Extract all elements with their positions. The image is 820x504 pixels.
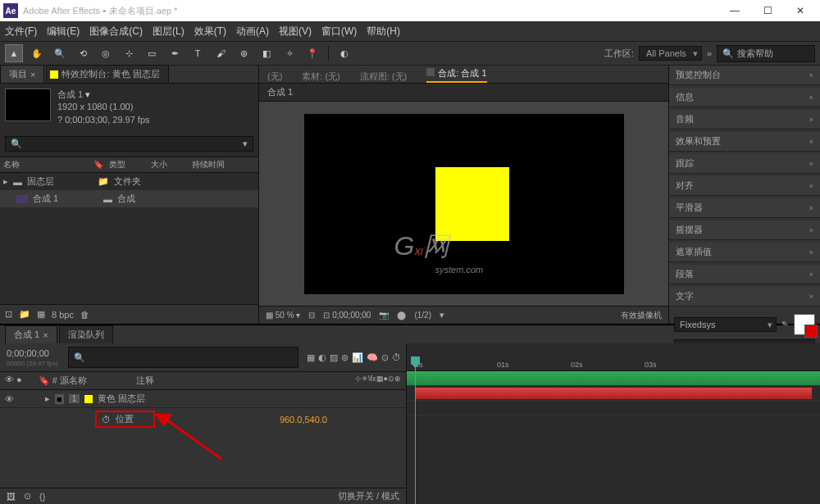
menu-view[interactable]: 视图(V) — [279, 25, 312, 39]
viewer-tab-footage[interactable]: 素材: (无) — [302, 70, 339, 83]
menu-help[interactable]: 帮助(H) — [367, 25, 400, 39]
depth-button[interactable]: 8 bpc — [52, 310, 74, 320]
timeline-layer-row[interactable]: 👁 ▸ ■ 1 黄色 固态层 — [0, 390, 406, 408]
menu-window[interactable]: 窗口(W) — [321, 25, 357, 39]
composition-viewer[interactable]: GXI网system.com — [259, 102, 668, 306]
panel-para[interactable]: 段落× — [669, 265, 820, 284]
panel-preview[interactable]: 预览控制台× — [669, 66, 820, 85]
brush-tool[interactable]: 🖌 — [212, 44, 230, 62]
view-dropdown[interactable]: (1/2) — [414, 311, 431, 320]
selection-tool[interactable]: ▲ — [5, 44, 23, 62]
panel-fx[interactable]: 效果和预置× — [669, 132, 820, 152]
comp-mini-icon[interactable]: ▦ — [307, 352, 315, 363]
switches-button[interactable]: 切换开关 / 模式 — [338, 490, 399, 502]
frame-blend-icon[interactable]: ▨ — [330, 352, 338, 363]
rotate-tool[interactable]: ⟲ — [74, 44, 92, 62]
position-value[interactable]: 960.0,540.0 — [280, 415, 401, 425]
new-folder-icon[interactable]: 📁 — [19, 309, 30, 320]
layer-name[interactable]: 黄色 固态层 — [98, 393, 145, 405]
interpret-icon[interactable]: ⊡ — [5, 309, 12, 320]
project-search[interactable]: 🔍▾ — [5, 136, 253, 152]
panel-track[interactable]: 跟踪× — [669, 154, 820, 174]
close-icon[interactable]: × — [43, 330, 48, 340]
close-button[interactable]: ✕ — [784, 0, 817, 21]
tab-project[interactable]: 项目 × — [0, 65, 44, 83]
app-logo: Ae — [3, 3, 18, 18]
menu-effect[interactable]: 效果(T) — [194, 25, 226, 39]
timeline-search[interactable]: 🔍 — [68, 347, 298, 368]
camera-tool[interactable]: ◎ — [97, 44, 115, 62]
rect-tool[interactable]: ▭ — [143, 44, 161, 62]
comp-type-icon: ▬ — [103, 194, 112, 204]
workspace-dropdown[interactable]: All Panels — [639, 46, 702, 61]
zoom-tool[interactable]: 🔍 — [51, 44, 69, 62]
comp-thumbnail[interactable] — [5, 89, 51, 121]
tl-footer-bracket[interactable]: {} — [39, 492, 45, 502]
eye-icon[interactable]: 👁 — [5, 394, 14, 404]
menu-file[interactable]: 文件(F) — [5, 25, 37, 39]
viewer-tab-none[interactable]: (无) — [267, 70, 282, 83]
menu-edit[interactable]: 编辑(E) — [47, 25, 80, 39]
viewer-tab-comp[interactable]: 合成: 合成 1 — [426, 67, 486, 83]
snapshot-icon[interactable]: 📷 — [379, 311, 389, 320]
tool-opt-icon[interactable]: ◐ — [335, 44, 353, 62]
hand-tool[interactable]: ✋ — [28, 44, 46, 62]
panel-char[interactable]: 文字× — [669, 287, 820, 306]
camera-dropdown[interactable]: 有效摄像机 — [621, 310, 662, 321]
zoom-dropdown[interactable]: ▦ 50 % ▾ — [266, 311, 300, 320]
timeline-property-row[interactable]: ⏱ 位置 960.0,540.0 — [0, 408, 406, 430]
resolution-icon[interactable]: ⊟ — [308, 311, 315, 320]
viewer-tab-flow[interactable]: 流程图: (无) — [360, 70, 407, 83]
project-item-folder[interactable]: ▸▬ 固态层 📁 文件夹 — [0, 173, 258, 190]
playhead[interactable] — [415, 358, 416, 504]
minimize-button[interactable]: — — [718, 0, 751, 21]
menu-comp[interactable]: 图像合成(C) — [89, 25, 143, 39]
stamp-tool[interactable]: ⊛ — [235, 44, 253, 62]
panel-audio[interactable]: 音频× — [669, 110, 820, 129]
shy-icon[interactable]: ◐ — [318, 352, 326, 363]
viewer-time[interactable]: ⊡ 0;00;00;00 — [323, 311, 371, 320]
anchor-tool[interactable]: ⊹ — [120, 44, 138, 62]
timeline-tab-render[interactable]: 渲染队列 — [59, 325, 113, 343]
puppet-tool[interactable]: 📍 — [303, 44, 321, 62]
menu-layer[interactable]: 图层(L) — [153, 25, 184, 39]
layer-track[interactable] — [407, 386, 820, 401]
color-swatch — [50, 70, 58, 79]
maximize-button[interactable]: ☐ — [751, 0, 784, 21]
layer-color-swatch[interactable] — [84, 395, 93, 403]
graph-icon[interactable]: 📊 — [352, 352, 363, 363]
roto-tool[interactable]: ✧ — [280, 44, 298, 62]
panel-smooth[interactable]: 平滑器× — [669, 198, 820, 218]
panel-mask[interactable]: 遮罩插值× — [669, 243, 820, 262]
workspace-next-icon[interactable]: » — [707, 48, 712, 58]
panel-info[interactable]: 信息× — [669, 88, 820, 107]
pen-tool[interactable]: ✒ — [166, 44, 184, 62]
tab-fx-controls[interactable]: 特效控制台: 黄色 固态层 — [46, 65, 168, 83]
eraser-tool[interactable]: ◧ — [257, 44, 276, 62]
motion-blur-icon[interactable]: ⊚ — [341, 352, 348, 363]
brain-icon[interactable]: 🧠 — [367, 352, 378, 363]
project-item-comp[interactable]: 合成 1 ▬ 合成 — [0, 190, 258, 207]
time-ruler[interactable]: 0s 01s 02s 03s — [407, 343, 820, 371]
panel-wiggle[interactable]: 摇摆器× — [669, 220, 820, 240]
panel-align[interactable]: 对齐× — [669, 176, 820, 196]
help-search[interactable]: 🔍搜索帮助 — [717, 45, 815, 62]
menu-anim[interactable]: 动画(A) — [236, 25, 269, 39]
stopwatch-icon[interactable]: ⏱ — [102, 415, 111, 425]
tl-footer-icon2[interactable]: ⊙ — [24, 491, 31, 502]
text-tool[interactable]: T — [189, 44, 207, 62]
trash-icon[interactable]: 🗑 — [80, 310, 89, 320]
close-icon[interactable]: × — [30, 70, 35, 79]
stopwatch-icon[interactable]: ⏱ — [392, 352, 401, 362]
new-comp-icon[interactable]: ▦ — [37, 309, 45, 320]
channel-icon[interactable]: ⬤ — [397, 311, 406, 320]
current-time[interactable]: 0;00;00;0000000 (29.97 fps) — [0, 343, 65, 371]
property-name: 位置 — [116, 413, 134, 425]
comp-metadata: 合成 1 ▾ 1920 x 1080 (1.00) ? 0;00;03;00, … — [57, 89, 150, 126]
tl-footer-icon[interactable]: 🖼 — [7, 492, 16, 502]
timeline-tab-comp[interactable]: 合成 1 × — [5, 325, 57, 343]
font-family-dropdown[interactable]: Fixedsys — [674, 317, 777, 332]
text-color-swatch[interactable] — [794, 314, 815, 335]
position-property-highlight[interactable]: ⏱ 位置 — [95, 411, 155, 428]
switch-icon[interactable]: ⊙ — [381, 352, 389, 363]
